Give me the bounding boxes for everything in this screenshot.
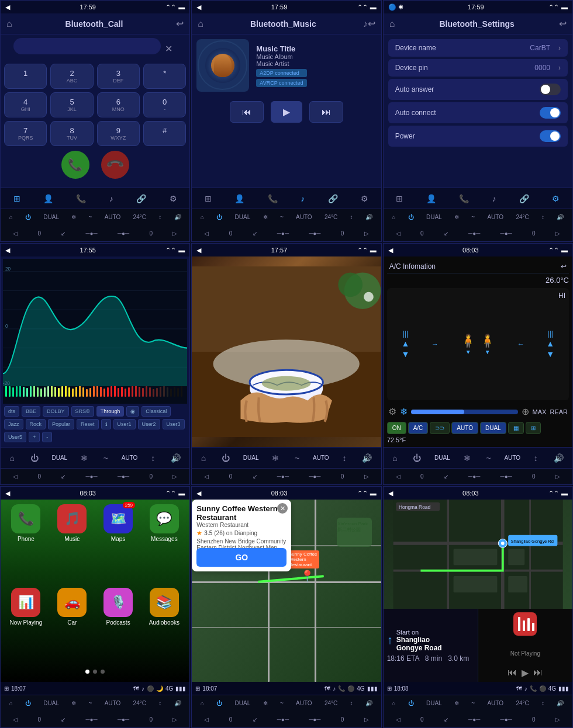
right-temp-down[interactable]: ▼ xyxy=(546,349,554,359)
cp-vol[interactable]: 🔊 xyxy=(174,700,181,706)
clear-input-btn[interactable]: ✕ xyxy=(165,43,172,54)
nav-link-icon[interactable]: 🔗 xyxy=(134,193,149,204)
eq-nav-fan[interactable]: ~ xyxy=(101,452,111,464)
ac-defrost-btn[interactable]: ▦ xyxy=(508,422,524,434)
app-phone[interactable]: 📞 Phone xyxy=(5,504,47,583)
mp-vol[interactable]: 🔊 xyxy=(365,700,372,706)
bts-auto[interactable]: AUTO xyxy=(487,214,503,220)
bts-power[interactable]: ⏻ xyxy=(408,214,414,220)
music-back-icon[interactable]: ↩ xyxy=(368,18,375,29)
ac-nav-snow[interactable]: ❄ xyxy=(461,452,473,464)
nav-phone-icon3[interactable]: 📞 xyxy=(457,193,471,204)
power-toggle[interactable] xyxy=(540,130,561,142)
bts-home[interactable]: ⌂ xyxy=(392,214,395,220)
dial-3[interactable]: 3DEF xyxy=(97,64,140,89)
nav-grid-icon[interactable]: ⊞ xyxy=(11,193,23,204)
eq-reset[interactable]: Reset xyxy=(77,419,99,429)
dial-1[interactable]: 1 xyxy=(4,64,47,89)
cp-music-icon[interactable]: ♪ xyxy=(141,685,144,692)
eq-srs[interactable]: SRS© xyxy=(71,406,94,417)
nv-phone-icon[interactable]: 📞 xyxy=(530,685,537,692)
mp-grid-icon[interactable]: ⊞ xyxy=(195,685,200,692)
eq-dts[interactable]: dts xyxy=(4,406,19,417)
cp-sync[interactable]: ↕ xyxy=(158,700,161,706)
bt-settings-back-icon[interactable]: ↩ xyxy=(559,18,567,29)
vid-nav-vol[interactable]: 🔊 xyxy=(360,452,374,464)
eq-user3[interactable]: User3 xyxy=(163,419,185,429)
ac-nav-fan[interactable]: ~ xyxy=(484,452,493,464)
mc-vol[interactable]: 🔊 xyxy=(365,214,372,220)
music-back-arrow[interactable]: ◀ xyxy=(196,4,201,11)
nav-back-arrow[interactable]: ◀ xyxy=(388,490,393,497)
mc-dual[interactable]: DUAL xyxy=(235,214,251,220)
dial-6[interactable]: 6MNO xyxy=(97,92,140,117)
eq-classical[interactable]: Classical xyxy=(141,406,171,417)
nav-link-icon2[interactable]: 🔗 xyxy=(326,193,340,204)
nv-bt-icon[interactable]: ⚫ xyxy=(539,685,546,692)
nv-vol[interactable]: 🔊 xyxy=(557,700,564,706)
nv-grid-icon[interactable]: ⊞ xyxy=(387,685,392,692)
eq-user5[interactable]: User5 xyxy=(4,432,26,442)
vid-nav-home[interactable]: ⌂ xyxy=(199,452,208,464)
page-dot-3[interactable] xyxy=(101,670,105,674)
call-back-icon[interactable]: ↩ xyxy=(176,18,184,29)
ac-back[interactable]: ↩ xyxy=(561,262,567,271)
mp-dual[interactable]: DUAL xyxy=(235,700,251,706)
dial-8[interactable]: 8TUV xyxy=(50,121,93,146)
left-temp-up[interactable]: ▲ xyxy=(401,339,409,348)
bts-snow[interactable]: ❄ xyxy=(454,214,459,220)
dialer-input[interactable] xyxy=(13,38,161,54)
cp-snow[interactable]: ❄ xyxy=(71,700,76,706)
nav-play-btn[interactable]: ▶ xyxy=(522,667,529,678)
app-music[interactable]: 🎵 Music xyxy=(51,504,93,583)
eq-rock[interactable]: Rock xyxy=(26,419,46,429)
ac-back-arrow[interactable]: ◀ xyxy=(388,247,393,254)
nv-sync[interactable]: ↕ xyxy=(541,700,544,706)
vid-nav-fan[interactable]: ~ xyxy=(292,452,302,464)
call-button[interactable]: 📞 xyxy=(61,151,89,179)
cp-power[interactable]: ⏻ xyxy=(25,700,31,706)
ac-nav-power[interactable]: ⏻ xyxy=(410,452,423,464)
dial-hash[interactable]: # xyxy=(143,121,186,146)
dial-0[interactable]: 0- xyxy=(143,92,186,117)
climate-dual[interactable]: DUAL xyxy=(43,214,59,220)
eq-user2[interactable]: User2 xyxy=(138,419,160,429)
bts-vol[interactable]: 🔊 xyxy=(557,214,564,220)
bts-sync[interactable]: ↕ xyxy=(541,214,544,220)
right-temp-up[interactable]: ▲ xyxy=(546,339,554,348)
nv-fan[interactable]: ~ xyxy=(471,700,475,706)
nav-music-icon[interactable]: ♪ xyxy=(107,193,116,204)
mp-phone-icon[interactable]: 📞 xyxy=(338,685,345,692)
bt-settings-home-icon[interactable]: ⌂ xyxy=(389,19,395,29)
nv-dual[interactable]: DUAL xyxy=(426,700,442,706)
dial-2[interactable]: 2ABC xyxy=(50,64,93,89)
eq-popular[interactable]: Popular xyxy=(48,419,74,429)
ac-nav-sync[interactable]: ↕ xyxy=(531,452,540,464)
dial-7[interactable]: 7PQRS xyxy=(4,121,47,146)
climate-power[interactable]: ⏻ xyxy=(25,214,31,220)
eq-jazz[interactable]: Jazz xyxy=(4,419,23,429)
maps-back-arrow[interactable]: ◀ xyxy=(196,490,201,497)
carplay-back-arrow[interactable]: ◀ xyxy=(5,490,10,497)
eq-bbe[interactable]: BBE xyxy=(22,406,40,417)
eq-back-arrow[interactable]: ◀ xyxy=(5,247,10,254)
mc-power[interactable]: ⏻ xyxy=(216,214,222,220)
page-dot-2[interactable] xyxy=(93,670,97,674)
dial-star[interactable]: * xyxy=(143,64,186,89)
app-car[interactable]: 🚗 Car xyxy=(51,588,93,667)
ac-max-btn[interactable]: MAX xyxy=(533,408,547,415)
ac-wind-btn[interactable]: ⊃⊃ xyxy=(430,422,450,434)
maps-content[interactable]: Xin'ercun Park新二村公园 📍 Sunny CoffeeWester… xyxy=(192,500,381,682)
mp-maps-icon[interactable]: 🗺 xyxy=(325,685,330,692)
app-now-playing[interactable]: 📊 Now Playing xyxy=(5,588,47,667)
nav-settings-icon[interactable]: ⚙ xyxy=(167,193,180,204)
cp-dual[interactable]: DUAL xyxy=(43,700,59,706)
app-audiobooks[interactable]: 📚 Audiobooks xyxy=(143,588,185,667)
end-call-button[interactable]: 📞 xyxy=(95,145,135,185)
next-btn[interactable]: ⏭ xyxy=(309,101,343,123)
nav-settings-icon3[interactable]: ⚙ xyxy=(550,193,562,204)
eq-nav-power[interactable]: ⏻ xyxy=(28,452,41,464)
eq-remove[interactable]: - xyxy=(42,432,52,442)
vid-nav-snow[interactable]: ❄ xyxy=(270,452,281,464)
nv-home[interactable]: ⌂ xyxy=(392,700,395,706)
